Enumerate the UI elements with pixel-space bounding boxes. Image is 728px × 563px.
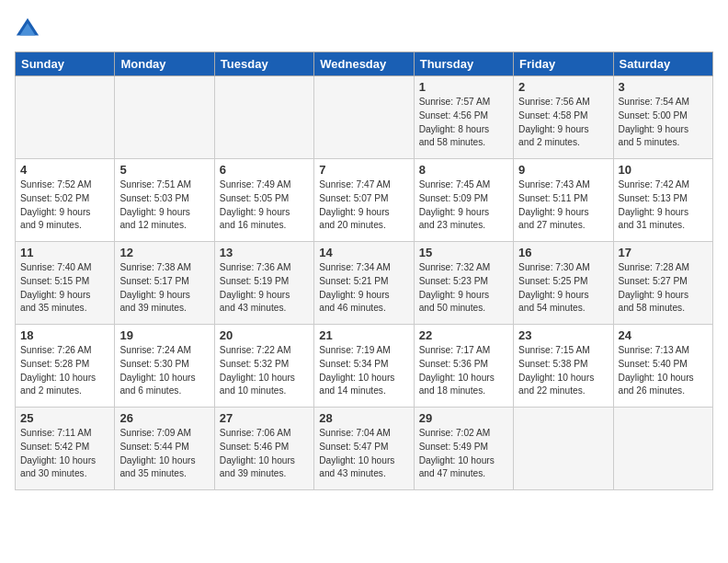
calendar-cell: 23Sunrise: 7:15 AM Sunset: 5:38 PM Dayli… [514, 325, 613, 408]
calendar-cell: 10Sunrise: 7:42 AM Sunset: 5:13 PM Dayli… [613, 159, 712, 242]
day-info: Sunrise: 7:57 AM Sunset: 4:56 PM Dayligh… [419, 96, 508, 150]
day-number: 17 [619, 246, 708, 259]
calendar-cell: 9Sunrise: 7:43 AM Sunset: 5:11 PM Daylig… [514, 159, 613, 242]
day-number: 5 [119, 163, 209, 177]
calendar-week-1: 4Sunrise: 7:52 AM Sunset: 5:02 PM Daylig… [16, 159, 713, 242]
calendar-cell: 1Sunrise: 7:57 AM Sunset: 4:56 PM Daylig… [414, 76, 513, 159]
day-number: 20 [220, 328, 309, 342]
col-header-thursday: Thursday [414, 52, 513, 76]
calendar-cell: 11Sunrise: 7:40 AM Sunset: 5:15 PM Dayli… [16, 242, 115, 325]
day-info: Sunrise: 7:42 AM Sunset: 5:13 PM Dayligh… [619, 178, 708, 233]
day-info: Sunrise: 7:38 AM Sunset: 5:17 PM Dayligh… [119, 261, 209, 316]
calendar-cell: 5Sunrise: 7:51 AM Sunset: 5:03 PM Daylig… [115, 159, 214, 242]
day-number: 7 [319, 163, 408, 177]
calendar-cell: 22Sunrise: 7:17 AM Sunset: 5:36 PM Dayli… [414, 325, 513, 408]
calendar-cell: 24Sunrise: 7:13 AM Sunset: 5:40 PM Dayli… [613, 325, 712, 408]
day-number: 26 [119, 411, 209, 425]
day-info: Sunrise: 7:51 AM Sunset: 5:03 PM Dayligh… [119, 178, 209, 233]
day-info: Sunrise: 7:54 AM Sunset: 5:00 PM Dayligh… [619, 96, 708, 150]
day-info: Sunrise: 7:49 AM Sunset: 5:05 PM Dayligh… [220, 178, 309, 233]
calendar-week-3: 18Sunrise: 7:26 AM Sunset: 5:28 PM Dayli… [16, 325, 713, 408]
calendar-table: SundayMondayTuesdayWednesdayThursdayFrid… [15, 52, 713, 490]
calendar-cell: 3Sunrise: 7:54 AM Sunset: 5:00 PM Daylig… [613, 76, 712, 159]
day-number: 8 [419, 163, 508, 177]
day-number: 18 [20, 328, 109, 342]
day-number: 11 [20, 246, 109, 259]
calendar-cell: 26Sunrise: 7:09 AM Sunset: 5:44 PM Dayli… [115, 408, 214, 490]
day-number: 29 [419, 411, 508, 425]
day-number: 13 [220, 246, 309, 259]
calendar-cell: 25Sunrise: 7:11 AM Sunset: 5:42 PM Dayli… [16, 408, 115, 490]
col-header-sunday: Sunday [16, 52, 115, 76]
page-header [15, 15, 713, 40]
calendar-week-0: 1Sunrise: 7:57 AM Sunset: 4:56 PM Daylig… [16, 76, 713, 159]
day-info: Sunrise: 7:02 AM Sunset: 5:49 PM Dayligh… [419, 427, 508, 481]
day-number: 15 [419, 246, 508, 259]
calendar-cell: 27Sunrise: 7:06 AM Sunset: 5:46 PM Dayli… [214, 408, 313, 490]
day-info: Sunrise: 7:34 AM Sunset: 5:21 PM Dayligh… [319, 261, 408, 316]
calendar-cell: 17Sunrise: 7:28 AM Sunset: 5:27 PM Dayli… [613, 242, 712, 325]
day-number: 3 [619, 80, 708, 94]
day-number: 2 [518, 80, 608, 94]
day-number: 4 [20, 163, 109, 177]
day-info: Sunrise: 7:04 AM Sunset: 5:47 PM Dayligh… [319, 427, 408, 481]
day-info: Sunrise: 7:32 AM Sunset: 5:23 PM Dayligh… [419, 261, 508, 316]
day-info: Sunrise: 7:24 AM Sunset: 5:30 PM Dayligh… [119, 344, 209, 398]
day-number: 28 [319, 411, 408, 425]
day-number: 19 [119, 328, 209, 342]
calendar-cell: 20Sunrise: 7:22 AM Sunset: 5:32 PM Dayli… [214, 325, 313, 408]
calendar-week-2: 11Sunrise: 7:40 AM Sunset: 5:15 PM Dayli… [16, 242, 713, 325]
calendar-cell: 18Sunrise: 7:26 AM Sunset: 5:28 PM Dayli… [16, 325, 115, 408]
calendar-cell: 21Sunrise: 7:19 AM Sunset: 5:34 PM Dayli… [314, 325, 414, 408]
calendar-cell: 2Sunrise: 7:56 AM Sunset: 4:58 PM Daylig… [514, 76, 613, 159]
calendar-cell [514, 408, 613, 490]
col-header-tuesday: Tuesday [214, 52, 313, 76]
day-number: 27 [220, 411, 309, 425]
day-number: 25 [20, 411, 109, 425]
calendar-cell: 7Sunrise: 7:47 AM Sunset: 5:07 PM Daylig… [314, 159, 414, 242]
calendar-week-4: 25Sunrise: 7:11 AM Sunset: 5:42 PM Dayli… [16, 408, 713, 490]
day-info: Sunrise: 7:06 AM Sunset: 5:46 PM Dayligh… [220, 427, 309, 481]
day-number: 22 [419, 328, 508, 342]
day-info: Sunrise: 7:47 AM Sunset: 5:07 PM Dayligh… [319, 178, 408, 233]
day-number: 1 [419, 80, 508, 94]
calendar-cell [314, 76, 414, 159]
calendar-cell: 14Sunrise: 7:34 AM Sunset: 5:21 PM Dayli… [314, 242, 414, 325]
day-info: Sunrise: 7:43 AM Sunset: 5:11 PM Dayligh… [518, 178, 608, 233]
calendar-cell: 4Sunrise: 7:52 AM Sunset: 5:02 PM Daylig… [16, 159, 115, 242]
calendar-cell: 29Sunrise: 7:02 AM Sunset: 5:49 PM Dayli… [414, 408, 513, 490]
day-number: 24 [619, 328, 708, 342]
day-number: 12 [119, 246, 209, 259]
day-info: Sunrise: 7:15 AM Sunset: 5:38 PM Dayligh… [518, 344, 608, 398]
day-info: Sunrise: 7:26 AM Sunset: 5:28 PM Dayligh… [20, 344, 109, 398]
day-number: 10 [619, 163, 708, 177]
calendar-cell: 12Sunrise: 7:38 AM Sunset: 5:17 PM Dayli… [115, 242, 214, 325]
col-header-monday: Monday [115, 52, 214, 76]
calendar-cell: 19Sunrise: 7:24 AM Sunset: 5:30 PM Dayli… [115, 325, 214, 408]
day-info: Sunrise: 7:45 AM Sunset: 5:09 PM Dayligh… [419, 178, 508, 233]
calendar-cell: 16Sunrise: 7:30 AM Sunset: 5:25 PM Dayli… [514, 242, 613, 325]
col-header-wednesday: Wednesday [314, 52, 414, 76]
col-header-friday: Friday [514, 52, 613, 76]
col-header-saturday: Saturday [613, 52, 712, 76]
day-number: 9 [518, 163, 608, 177]
day-number: 6 [220, 163, 309, 177]
logo [15, 15, 44, 40]
calendar-cell: 8Sunrise: 7:45 AM Sunset: 5:09 PM Daylig… [414, 159, 513, 242]
day-number: 16 [518, 246, 608, 259]
day-info: Sunrise: 7:52 AM Sunset: 5:02 PM Dayligh… [20, 178, 109, 233]
calendar-header-row: SundayMondayTuesdayWednesdayThursdayFrid… [16, 52, 713, 76]
calendar-cell: 13Sunrise: 7:36 AM Sunset: 5:19 PM Dayli… [214, 242, 313, 325]
day-info: Sunrise: 7:28 AM Sunset: 5:27 PM Dayligh… [619, 261, 708, 316]
day-info: Sunrise: 7:09 AM Sunset: 5:44 PM Dayligh… [119, 427, 209, 481]
logo-icon [15, 15, 40, 40]
day-info: Sunrise: 7:30 AM Sunset: 5:25 PM Dayligh… [518, 261, 608, 316]
day-info: Sunrise: 7:13 AM Sunset: 5:40 PM Dayligh… [619, 344, 708, 398]
day-number: 14 [319, 246, 408, 259]
day-info: Sunrise: 7:22 AM Sunset: 5:32 PM Dayligh… [220, 344, 309, 398]
calendar-cell [214, 76, 313, 159]
calendar-cell [613, 408, 712, 490]
day-info: Sunrise: 7:56 AM Sunset: 4:58 PM Dayligh… [518, 96, 608, 150]
day-info: Sunrise: 7:17 AM Sunset: 5:36 PM Dayligh… [419, 344, 508, 398]
day-info: Sunrise: 7:11 AM Sunset: 5:42 PM Dayligh… [20, 427, 109, 481]
